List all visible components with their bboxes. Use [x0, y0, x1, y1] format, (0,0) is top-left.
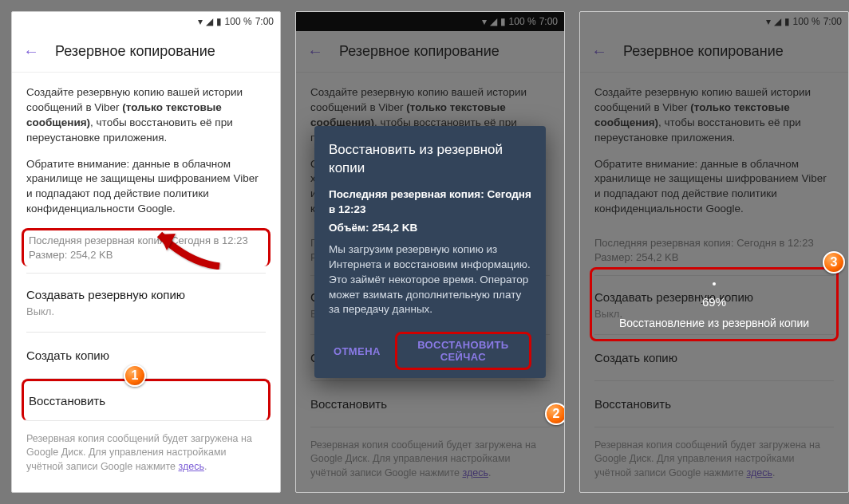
dialog-title: Восстановить из резервной копии — [329, 140, 531, 179]
footer-note: Резервная копия сообщений будет загружен… — [26, 421, 266, 486]
back-icon[interactable]: ← — [591, 42, 607, 61]
dialog-actions: ОТМЕНА ВОССТАНОВИТЬ СЕЙЧАС — [329, 332, 531, 370]
spinner-icon — [713, 282, 716, 285]
app-bar: ← Резервное копирование — [580, 31, 848, 73]
restore-dialog: Восстановить из резервной копии Последня… — [314, 126, 546, 379]
callout-badge-2: 2 — [545, 403, 565, 425]
dialog-last-backup: Последняя резервная копия: Сегодня в 12:… — [329, 187, 531, 218]
footer-link[interactable]: здесь — [178, 461, 203, 472]
phone-3: ▾ ◢ ▮ 100 % 7:00 ← Резервное копирование… — [579, 11, 849, 493]
signal-icon: ◢ — [206, 16, 213, 27]
create-backup-button[interactable]: Создать копию — [594, 335, 834, 381]
auto-backup-value: Выкл. — [26, 305, 266, 319]
back-icon[interactable]: ← — [23, 42, 39, 61]
dialog-overlay: Восстановить из резервной копии Последня… — [296, 12, 564, 492]
status-bar: ▾ ◢ ▮ 100 % 7:00 — [12, 12, 280, 31]
footer-link[interactable]: здесь — [746, 467, 772, 478]
description-1: Создайте резервную копию вашей истории с… — [594, 85, 834, 146]
page-title: Резервное копирование — [55, 43, 215, 60]
description-2: Обратите внимание: данные в облачном хра… — [594, 157, 834, 218]
app-bar: ← Резервное копирование — [12, 31, 280, 73]
cancel-button[interactable]: ОТМЕНА — [329, 332, 385, 370]
callout-badge-1: 1 — [124, 364, 146, 387]
clock-text: 7:00 — [255, 16, 274, 27]
footer-note: Резервная копия сообщений будет загружен… — [594, 427, 834, 492]
content-area: Создайте резервную копию вашей истории с… — [12, 73, 280, 493]
last-backup-value: Сегодня в 12:23 — [171, 234, 247, 246]
restore-now-button[interactable]: ВОССТАНОВИТЬ СЕЙЧАС — [395, 332, 531, 370]
signal-icon: ◢ — [774, 16, 781, 27]
backup-size-line: Размер: 254,2 KB — [29, 248, 263, 262]
clock-text: 7:00 — [823, 16, 842, 27]
auto-backup-title: Создавать резервную копию — [26, 286, 266, 303]
restore-progress-overlay: 69% Восстановление из резервной копии — [590, 267, 839, 341]
callout-badge-3: 3 — [823, 251, 845, 274]
dialog-body: Мы загрузим резервную копию из Интернета… — [329, 242, 531, 317]
description-2: Обратите внимание: данные в облачном хра… — [26, 157, 266, 218]
progress-label: Восстановление из резервной копии — [602, 317, 827, 329]
description-1: Создайте резервную копию вашей истории с… — [26, 85, 266, 146]
last-backup-line: Последняя резервная копия: Сегодня в 12:… — [29, 234, 263, 248]
battery-icon: ▮ — [216, 16, 222, 27]
battery-text: 100 % — [793, 16, 820, 27]
last-backup-label: Последняя резервная копия: — [29, 234, 168, 246]
status-bar: ▾ ◢ ▮ 100 % 7:00 — [580, 12, 848, 31]
auto-backup-row[interactable]: Создавать резервную копию Выкл. — [26, 274, 266, 333]
phone-2: ▾ ◢ ▮ 100 % 7:00 ← Резервное копирование… — [295, 11, 565, 493]
last-backup-info: Последняя резервная копия: Сегодня в 12:… — [22, 228, 270, 266]
progress-percent: 69% — [602, 295, 827, 309]
wifi-icon: ▾ — [766, 16, 771, 27]
backup-size-label: Размер: — [29, 249, 67, 261]
create-backup-button[interactable]: Создать копию — [26, 333, 266, 379]
footer-text: Резервная копия сообщений будет загружен… — [26, 433, 252, 472]
backup-size-value: 254,2 KB — [70, 249, 113, 261]
battery-text: 100 % — [225, 16, 252, 27]
restore-button[interactable]: Восстановить — [22, 379, 270, 421]
dialog-size: Объём: 254,2 KB — [329, 221, 531, 236]
restore-button[interactable]: Восстановить — [594, 381, 834, 427]
phone-1: ▾ ◢ ▮ 100 % 7:00 ← Резервное копирование… — [11, 11, 281, 493]
page-title: Резервное копирование — [623, 43, 784, 60]
battery-icon: ▮ — [784, 16, 790, 27]
wifi-icon: ▾ — [198, 16, 203, 27]
